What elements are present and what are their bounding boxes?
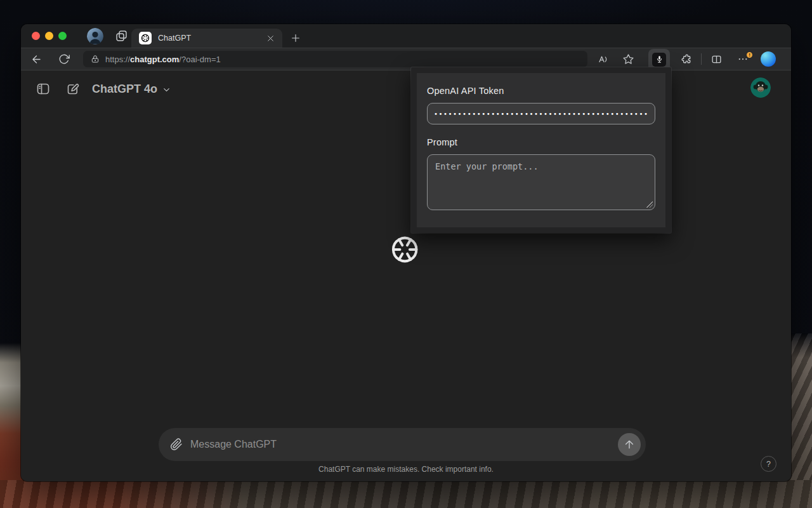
prompt-label: Prompt	[427, 137, 655, 147]
close-window-button[interactable]	[32, 32, 40, 40]
prompt-textarea-wrapper	[427, 154, 655, 210]
extension-popup-body: OpenAI API Token Prompt	[417, 73, 665, 227]
traffic-lights	[21, 32, 67, 40]
favorites-star-button[interactable]	[618, 50, 638, 68]
url-host: chatgpt.com	[130, 55, 179, 64]
token-label: OpenAI API Token	[427, 86, 655, 96]
model-label: ChatGPT 4o	[92, 83, 157, 96]
warning-badge: !	[745, 51, 754, 59]
browser-profile-avatar[interactable]	[87, 28, 103, 44]
copilot-icon	[761, 51, 776, 67]
extensions-puzzle-button[interactable]	[676, 50, 697, 68]
toolbar-divider	[701, 53, 702, 65]
new-chat-button[interactable]	[63, 79, 82, 98]
desktop-wallpaper: ChatGPT https:/	[0, 0, 812, 508]
url-scheme: https://	[105, 55, 130, 64]
read-aloud-button[interactable]	[593, 50, 613, 68]
tab-title: ChatGPT	[158, 34, 265, 43]
openai-logo	[390, 235, 419, 267]
send-arrow-icon	[623, 438, 636, 451]
chatgpt-favicon-icon	[139, 32, 152, 44]
extension-popup: OpenAI API Token Prompt	[411, 67, 671, 233]
prompt-textarea[interactable]	[427, 154, 655, 210]
refresh-button[interactable]	[54, 50, 74, 68]
tab-actions-menu-button[interactable]	[113, 28, 129, 44]
message-input[interactable]	[190, 439, 618, 450]
wallpaper-rocks-bottom	[0, 480, 812, 508]
url-bar[interactable]: https://chatgpt.com/?oai-dm=1	[83, 51, 587, 67]
minimize-window-button[interactable]	[45, 32, 53, 40]
message-composer[interactable]	[159, 428, 646, 461]
send-button[interactable]	[618, 433, 641, 456]
sidebar-toggle-button[interactable]	[34, 79, 53, 98]
back-button[interactable]	[26, 50, 46, 68]
user-avatar[interactable]	[750, 77, 771, 98]
help-label: ?	[766, 460, 771, 469]
chatgpt-header: ChatGPT 4o	[21, 70, 791, 98]
browser-navbar: https://chatgpt.com/?oai-dm=1	[21, 48, 791, 70]
copilot-button[interactable]	[758, 50, 778, 68]
tab-chatgpt[interactable]: ChatGPT	[131, 29, 282, 48]
help-button[interactable]: ?	[761, 456, 776, 472]
zoom-window-button[interactable]	[58, 32, 67, 40]
tab-close-icon[interactable]	[265, 32, 276, 44]
browser-titlebar: ChatGPT	[21, 24, 791, 48]
model-selector[interactable]: ChatGPT 4o	[92, 83, 171, 96]
chevron-down-icon	[162, 85, 171, 95]
url-text: https://chatgpt.com/?oai-dm=1	[105, 55, 221, 64]
navbar-tools: !	[593, 48, 778, 70]
attach-file-icon[interactable]	[170, 438, 183, 451]
split-screen-button[interactable]	[706, 50, 726, 68]
chatgpt-page: ChatGPT 4o	[21, 70, 791, 480]
url-path: /?oai-dm=1	[179, 55, 220, 64]
lock-icon	[91, 55, 100, 64]
disclaimer-text: ChatGPT can make mistakes. Check importa…	[21, 465, 791, 474]
microphone-extension-icon	[652, 53, 666, 67]
new-tab-button[interactable]	[286, 29, 305, 48]
api-token-input[interactable]	[427, 103, 655, 124]
textarea-resize-handle[interactable]	[646, 201, 653, 208]
browser-window: ChatGPT https:/	[21, 24, 791, 481]
settings-and-more-button[interactable]: !	[733, 50, 753, 68]
